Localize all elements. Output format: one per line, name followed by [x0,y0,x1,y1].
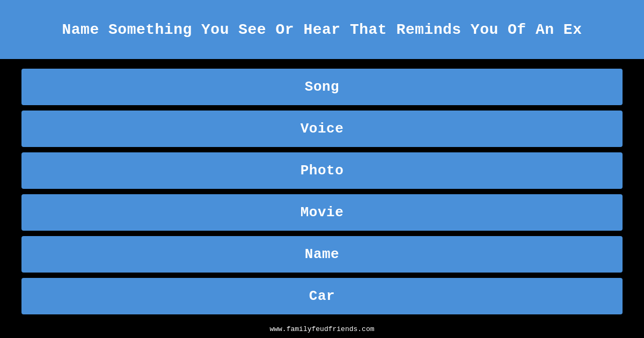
header: Name Something You See Or Hear That Remi… [0,0,644,59]
answer-row-5[interactable]: Name [21,236,623,273]
footer: www.familyfeudfriends.com [0,324,644,334]
answer-label-4: Movie [301,204,344,221]
answer-label-3: Photo [301,163,344,179]
answers-container: Song Voice Photo Movie Name Car [0,59,644,320]
answer-label-1: Song [305,79,339,95]
footer-text: www.familyfeudfriends.com [269,325,374,333]
answer-row-1[interactable]: Song [21,69,623,105]
answer-label-5: Name [305,246,339,262]
question-title: Name Something You See Or Hear That Remi… [62,21,582,38]
answer-row-4[interactable]: Movie [21,194,623,231]
answer-row-3[interactable]: Photo [21,152,623,189]
answer-row-2[interactable]: Voice [21,111,623,147]
answer-label-2: Voice [301,121,344,137]
answer-row-6[interactable]: Car [21,278,623,314]
answer-label-6: Car [309,288,335,304]
